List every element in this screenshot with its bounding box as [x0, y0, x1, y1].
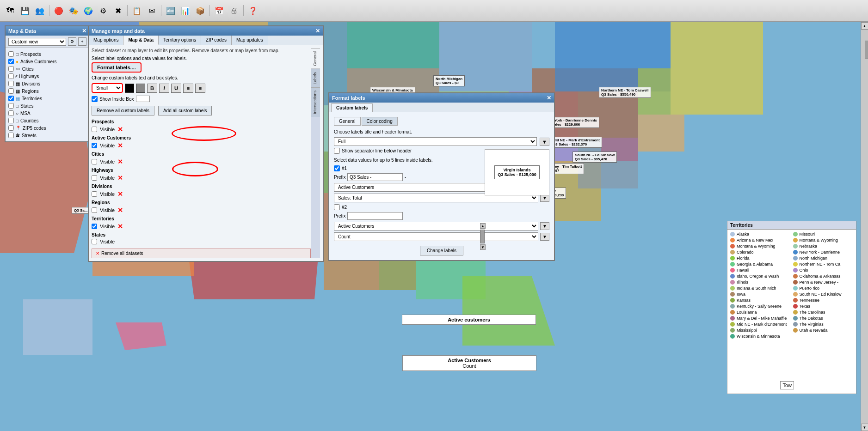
remove-ac-btn[interactable]: ✕ — [117, 142, 123, 149]
layer-check-prospects[interactable] — [8, 51, 14, 57]
legend-label-indiana: Indiana & South Mich — [737, 286, 776, 291]
toolbar-icon-12[interactable]: 📊 — [179, 4, 192, 17]
side-tab-general[interactable]: General — [311, 48, 320, 69]
line2-field-select[interactable]: Count — [334, 232, 538, 241]
toolbar-icon-1[interactable]: 🗺 — [4, 4, 17, 17]
legend-item-oklahoma: Oklahoma & Arkansas — [792, 273, 855, 279]
toolbar-icon-9[interactable]: 📋 — [130, 4, 143, 17]
toolbar-icon-10[interactable]: ✉ — [145, 4, 158, 17]
legend-label-northerne: Northern NE - Tom Ca — [800, 262, 841, 267]
tab-map-updates[interactable]: Map updates — [232, 36, 268, 45]
check-highways-visible[interactable] — [92, 175, 97, 181]
remove-prospects-btn[interactable]: ✕ — [117, 126, 123, 133]
toolbar-icon-8[interactable]: ✖ — [111, 4, 124, 17]
layer-check-states[interactable] — [8, 103, 14, 109]
scrollbar-up-btn[interactable]: ▲ — [861, 22, 868, 30]
toolbar-icon-3[interactable]: 👥 — [33, 4, 46, 17]
remove-cities-btn[interactable]: ✕ — [117, 158, 123, 165]
title-format-select[interactable]: Full Short None — [334, 137, 537, 146]
data-scroll-thumb[interactable] — [480, 230, 485, 243]
color-box-gray[interactable] — [136, 84, 145, 93]
show-inside-box-input[interactable] — [136, 96, 150, 102]
line2-dataset-select[interactable]: Active Customers — [334, 222, 538, 231]
layer-check-highways[interactable] — [8, 73, 14, 79]
color-box-black[interactable] — [125, 84, 134, 93]
check-ac-visible[interactable] — [92, 143, 97, 148]
remove-all-custom-labels-btn[interactable]: Remove all custom labels — [92, 106, 154, 115]
format-labels-button[interactable]: Format labels.... — [92, 62, 142, 73]
choose-title-desc: Choose labels title and header format. — [334, 129, 549, 134]
side-tab-labels[interactable]: Labels — [311, 69, 320, 87]
toolbar-icon-4[interactable]: 🔴 — [52, 4, 65, 17]
tab-map-options[interactable]: Map options — [89, 36, 123, 45]
layer-check-cities[interactable] — [8, 66, 14, 72]
tab-map-data[interactable]: Map & Data — [123, 36, 158, 45]
left-panel-close[interactable]: ✕ — [82, 28, 86, 34]
scrollbar-thumb[interactable] — [865, 41, 868, 59]
underline-button[interactable]: U — [171, 84, 181, 93]
side-tab-intersections[interactable]: Intersections — [311, 87, 320, 117]
toolbar-icon-14[interactable]: 📅 — [213, 4, 226, 17]
layer-check-territories[interactable] — [8, 96, 14, 101]
check-regions-visible[interactable] — [92, 207, 97, 213]
legend-color-southne — [793, 292, 798, 297]
toolbar-icon-15[interactable]: 🖨 — [228, 4, 240, 17]
view-settings-btn[interactable]: ⚙ — [68, 37, 76, 46]
remove-highways-btn[interactable]: ✕ — [117, 174, 123, 182]
line2-prefix-input[interactable] — [347, 212, 403, 220]
layer-check-counties[interactable] — [8, 118, 14, 123]
remove-territories-btn[interactable]: ✕ — [117, 223, 123, 230]
layer-check-active-customers[interactable] — [8, 59, 14, 64]
dialog-tab-custom[interactable]: Custom labels — [331, 103, 373, 112]
toolbar-icon-5[interactable]: 🎭 — [67, 4, 80, 17]
add-all-custom-labels-btn[interactable]: Add all custom labels — [158, 106, 212, 115]
toolbar-icon-13[interactable]: 📦 — [194, 4, 207, 17]
data-scroll-down[interactable]: ▼ — [480, 244, 486, 250]
format-labels-close[interactable]: ✕ — [547, 95, 551, 101]
toolbar-icon-16[interactable]: ❓ — [246, 4, 259, 17]
manage-panel-close[interactable]: ✕ — [315, 28, 320, 34]
check-divisions-visible[interactable] — [92, 191, 97, 197]
tab-zip-codes[interactable]: ZIP codes — [201, 36, 232, 45]
show-inside-box-check[interactable] — [92, 96, 98, 102]
separator-check[interactable] — [334, 148, 340, 154]
toolbar-icon-6[interactable]: 🌍 — [82, 4, 95, 17]
check-territories-visible[interactable] — [92, 224, 97, 229]
title-format-dropdown-arrow[interactable]: ▼ — [540, 138, 549, 146]
toolbar-icon-2[interactable]: 💾 — [18, 4, 31, 17]
remove-divisions-btn[interactable]: ✕ — [117, 190, 123, 198]
view-select[interactable]: Custom view — [8, 38, 66, 46]
change-labels-button[interactable]: Change labels — [420, 246, 463, 255]
layer-check-streets[interactable] — [8, 133, 14, 138]
check-prospects-visible[interactable] — [92, 127, 97, 132]
toolbar-icon-7[interactable]: ⚙ — [97, 4, 110, 17]
check-cities-visible[interactable] — [92, 159, 97, 164]
align-center-button[interactable]: ≡ — [195, 84, 205, 93]
tab-territory-options[interactable]: Territory options — [159, 36, 201, 45]
check-states-visible[interactable] — [92, 239, 97, 244]
line2-dataset-arrow[interactable]: ▼ — [540, 222, 549, 230]
line1-prefix-input[interactable] — [347, 173, 403, 181]
view-add-btn[interactable]: + — [78, 37, 86, 46]
gen-tab-color-coding[interactable]: Color coding — [362, 117, 398, 126]
data-scroll-up[interactable]: ▲ — [480, 223, 486, 229]
layer-check-divisions[interactable] — [8, 81, 14, 86]
align-left-button[interactable]: ≡ — [183, 84, 193, 93]
bold-button[interactable]: B — [147, 84, 157, 93]
toolbar-icon-11[interactable]: 🔤 — [164, 4, 177, 17]
line1-check[interactable] — [334, 165, 340, 171]
remove-all-datasets-btn[interactable]: ✕ Remove all datasets — [92, 249, 311, 258]
remove-datasets-icon: ✕ — [96, 251, 99, 256]
layer-check-regions[interactable] — [8, 88, 14, 94]
line2-check[interactable] — [334, 204, 340, 210]
layer-check-msa[interactable] — [8, 110, 14, 116]
layer-check-zip5[interactable] — [8, 125, 14, 131]
right-scrollbar[interactable]: ▲ ▼ — [861, 22, 868, 431]
layer-row-divisions: ▦ Divisions — [8, 80, 86, 87]
line2-field-arrow[interactable]: ▼ — [540, 233, 549, 241]
scrollbar-down-btn[interactable]: ▼ — [861, 424, 868, 431]
style-size-select[interactable]: Small Medium Large — [92, 83, 123, 93]
gen-tab-general[interactable]: General — [334, 117, 361, 126]
remove-regions-btn[interactable]: ✕ — [117, 206, 123, 214]
italic-button[interactable]: I — [159, 84, 169, 93]
